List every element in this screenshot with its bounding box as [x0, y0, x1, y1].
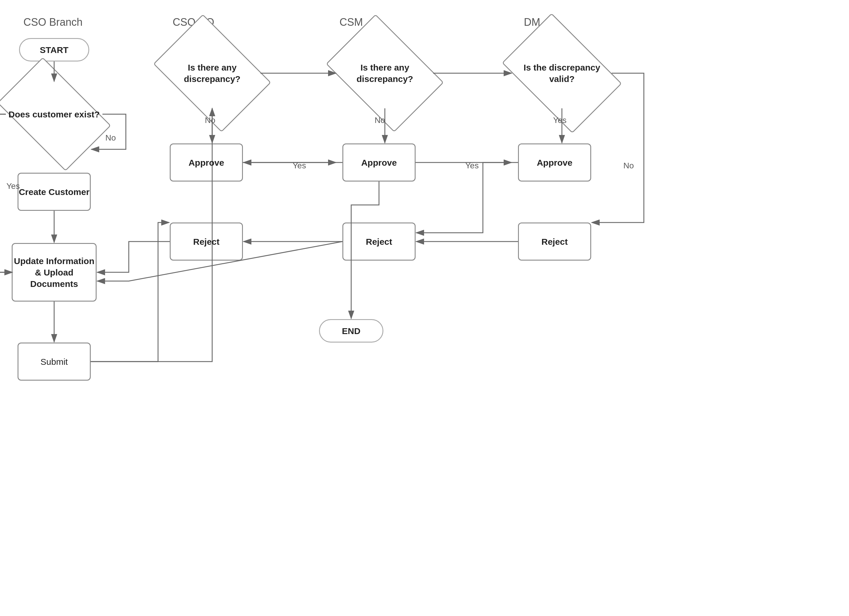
dm-approve-label: Approve: [537, 157, 572, 169]
csm-approve-shape: Approve: [343, 143, 416, 182]
dm-reject-shape: Reject: [518, 222, 591, 261]
submit-label: Submit: [40, 356, 68, 367]
cso-ho-reject-shape: Reject: [170, 222, 243, 261]
end-label: END: [342, 325, 360, 337]
cso-ho-approve-label: Approve: [188, 157, 224, 169]
yes-label-csm: Yes: [465, 161, 479, 170]
csm-discrepancy-label: Is there any discrepancy?: [337, 62, 433, 85]
csm-reject-shape: Reject: [343, 222, 416, 261]
csm-discrepancy-diamond: Is there any discrepancy?: [337, 38, 433, 108]
customer-exist-label: Does customer exist?: [9, 109, 100, 120]
customer-exist-diamond: Does customer exist?: [6, 82, 103, 146]
update-info-shape: Update Information & Upload Documents: [12, 243, 97, 301]
create-customer-shape: Create Customer: [18, 173, 91, 211]
flowchart: CSO Branch CSO HO CSM DM START Does cust…: [0, 0, 849, 616]
csm-reject-label: Reject: [366, 236, 392, 248]
start-label: START: [40, 44, 69, 56]
cso-ho-reject-label: Reject: [193, 236, 219, 248]
no-label-cso-ho: No: [205, 116, 215, 125]
dm-approve-shape: Approve: [518, 143, 591, 182]
lane-header-csm: CSM: [340, 16, 363, 28]
end-shape: END: [319, 319, 383, 343]
yes-label-dm: Yes: [553, 116, 567, 125]
cso-ho-approve-shape: Approve: [170, 143, 243, 182]
csm-approve-label: Approve: [361, 157, 397, 169]
update-info-label: Update Information & Upload Documents: [13, 255, 96, 289]
yes-label-customer-exist: Yes: [6, 182, 20, 191]
yes-label-cso-ho: Yes: [293, 161, 306, 170]
cso-ho-discrepancy-diamond: Is there any discrepancy?: [164, 38, 261, 108]
create-customer-label: Create Customer: [19, 186, 89, 198]
dm-reject-label: Reject: [541, 236, 568, 248]
submit-shape: Submit: [18, 343, 91, 380]
no-label-customer-exist: No: [105, 133, 116, 143]
cso-ho-discrepancy-label: Is there any discrepancy?: [164, 62, 261, 85]
start-shape: START: [19, 38, 89, 61]
dm-discrepancy-label: Is the discrepancy valid?: [512, 62, 612, 85]
no-label-dm: No: [623, 161, 634, 170]
lane-header-cso-branch: CSO Branch: [24, 16, 82, 28]
no-label-csm: No: [375, 116, 385, 125]
dm-discrepancy-diamond: Is the discrepancy valid?: [512, 38, 612, 108]
